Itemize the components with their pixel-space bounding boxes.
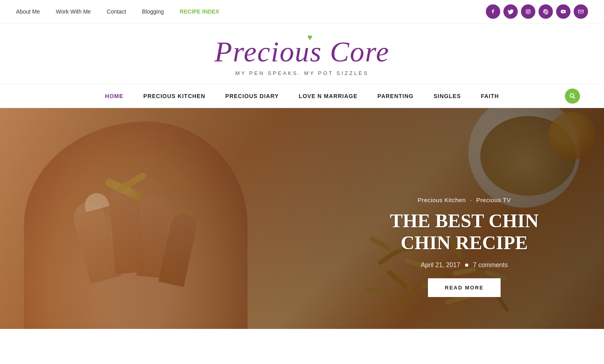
twitter-icon[interactable]	[503, 4, 518, 19]
nav-love-n-marriage[interactable]: LOVE N MARRIAGE	[299, 93, 357, 99]
svg-point-1	[527, 11, 529, 13]
svg-point-4	[570, 94, 574, 97]
nav-precious-diary[interactable]: PRECIOUS DIARY	[225, 93, 279, 99]
top-nav-links: About Me Work With Me Contact Blogging R…	[16, 8, 219, 15]
social-icons-group	[486, 4, 588, 19]
main-nav-links: HOME PRECIOUS KITCHEN PRECIOUS DIARY LOV…	[105, 93, 499, 99]
svg-rect-0	[526, 10, 530, 14]
hero-category-2[interactable]: Precious TV	[476, 197, 511, 203]
facebook-icon[interactable]	[486, 4, 500, 19]
svg-line-5	[573, 97, 575, 98]
nav-parenting[interactable]: PARENTING	[378, 93, 414, 99]
hero-category-separator: ·	[470, 197, 472, 203]
svg-rect-3	[578, 10, 583, 13]
hero-bullet-separator	[465, 264, 468, 267]
main-navigation: HOME PRECIOUS KITCHEN PRECIOUS DIARY LOV…	[0, 84, 604, 108]
pinterest-icon[interactable]	[539, 4, 553, 19]
hero-section: Precious Kitchen · Precious TV THE BEST …	[0, 108, 604, 329]
nav-about-me[interactable]: About Me	[16, 8, 40, 15]
svg-point-2	[529, 10, 529, 10]
nav-recipe-index[interactable]: RECIPE INDEX	[180, 8, 219, 15]
site-title: Precious Core ♥	[214, 35, 390, 69]
nav-blogging[interactable]: Blogging	[142, 8, 164, 15]
nav-precious-kitchen[interactable]: PRECIOUS KITCHEN	[143, 93, 205, 99]
search-button[interactable]	[565, 89, 580, 104]
youtube-icon[interactable]	[556, 4, 570, 19]
hero-title: THE BEST CHIN CHIN RECIPE	[364, 210, 564, 254]
top-navigation: About Me Work With Me Contact Blogging R…	[0, 0, 604, 24]
site-subtitle: MY PEN SPEAKS. MY POT SIZZLES	[0, 70, 604, 76]
nav-contact[interactable]: Contact	[107, 8, 126, 15]
hero-content: Precious Kitchen · Precious TV THE BEST …	[364, 197, 564, 297]
logo-area: Precious Core ♥ MY PEN SPEAKS. MY POT SI…	[0, 24, 604, 84]
nav-home[interactable]: HOME	[105, 93, 123, 99]
hero-comments: 7 comments	[473, 262, 508, 269]
hero-categories: Precious Kitchen · Precious TV	[364, 197, 564, 203]
email-icon[interactable]	[574, 4, 588, 19]
hero-date: April 21, 2017	[421, 262, 460, 269]
hero-category-1[interactable]: Precious Kitchen	[418, 197, 466, 203]
read-more-button[interactable]: READ MORE	[428, 278, 500, 297]
nav-singles[interactable]: SINGLES	[434, 93, 461, 99]
nav-faith[interactable]: FAITH	[481, 93, 499, 99]
nav-work-with-me[interactable]: Work With Me	[56, 8, 91, 15]
instagram-icon[interactable]	[521, 4, 535, 19]
logo-heart-icon: ♥	[307, 32, 313, 43]
hero-meta: April 21, 2017 7 comments	[364, 262, 564, 269]
